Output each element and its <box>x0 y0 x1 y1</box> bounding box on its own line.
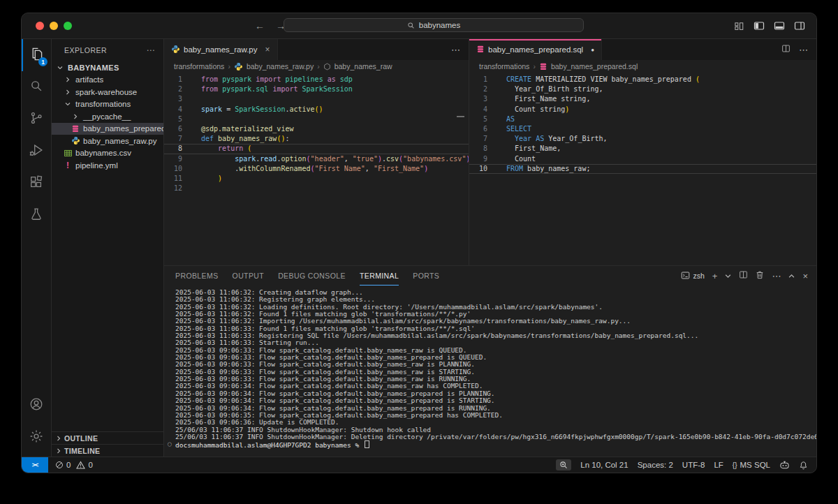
activity-item-explorer[interactable]: 1 <box>22 39 51 71</box>
kill-terminal-icon[interactable] <box>756 269 764 282</box>
file-tree[interactable]: BABYNAMESartifactsspark-warehousetransfo… <box>52 61 163 431</box>
tree-item-artifacts[interactable]: artifacts <box>52 74 163 87</box>
copilot-icon[interactable] <box>779 460 790 470</box>
modified-dot-icon[interactable]: ● <box>591 47 594 53</box>
tab-baby-names-prepared-sql[interactable]: baby_names_prepared.sql ● <box>469 39 602 60</box>
customize-layout-icon[interactable] <box>734 21 744 31</box>
activity-item-extensions[interactable] <box>22 168 51 200</box>
terminal-cursor <box>365 440 369 448</box>
new-terminal-icon[interactable]: + <box>712 271 718 281</box>
editor-actions-icon[interactable]: ⋯ <box>799 45 808 55</box>
line-number: 9 <box>164 154 189 164</box>
close-window-button[interactable] <box>36 22 44 30</box>
code-line[interactable]: 9 spark.read.option("header", "true").cs… <box>164 154 469 164</box>
panel-tab-output[interactable]: OUTPUT <box>233 266 265 286</box>
indentation-status[interactable]: Spaces: 2 <box>638 461 673 469</box>
code-line[interactable]: 6@sdp.materialized_view <box>164 124 469 134</box>
panel-tab-debug-console[interactable]: DEBUG CONSOLE <box>278 266 346 286</box>
code-line[interactable]: 11 ) <box>164 174 469 184</box>
remote-indicator[interactable]: >< <box>22 457 48 473</box>
code-line[interactable]: 4 Count string) <box>469 105 816 114</box>
editor-actions-icon[interactable]: ⋯ <box>451 45 460 55</box>
sidebar-actions-icon[interactable]: ⋯ <box>147 45 156 55</box>
code-line[interactable]: 2 Year_Of_Birth string, <box>469 84 816 94</box>
eol-status[interactable]: LF <box>714 461 723 469</box>
code-line[interactable]: 5AS <box>469 114 816 124</box>
code-line[interactable]: 5 <box>164 114 469 124</box>
breadcrumb-item[interactable]: transformations <box>174 62 224 71</box>
code-line[interactable]: 7 Year AS Year_Of_Birth, <box>469 134 816 144</box>
zoom-window-button[interactable] <box>64 22 72 30</box>
panel-tab-problems[interactable]: PROBLEMS <box>175 266 219 286</box>
toggle-primary-sidebar-icon[interactable] <box>754 20 765 31</box>
command-center-search[interactable]: babynames <box>284 18 584 32</box>
problems-status[interactable]: 0 0 <box>55 461 93 469</box>
language-mode[interactable]: {} MS SQL <box>733 461 770 469</box>
activity-item-testing[interactable] <box>22 200 51 232</box>
terminal-line: 2025-06-03 09:06:36: Update is COMPLETED… <box>175 419 811 426</box>
code-line[interactable]: 3 <box>164 94 469 104</box>
toggle-panel-icon[interactable] <box>774 20 785 31</box>
chevron-down-icon[interactable] <box>725 269 731 282</box>
activity-item-accounts[interactable] <box>22 390 51 422</box>
activity-item-settings[interactable] <box>22 422 51 454</box>
activity-bar-bottom <box>22 390 51 457</box>
split-terminal-icon[interactable] <box>739 269 748 282</box>
split-editor-icon[interactable] <box>781 44 791 55</box>
close-panel-icon[interactable]: × <box>802 271 808 281</box>
timeline-section[interactable]: TIMELINE <box>52 444 163 457</box>
code-line[interactable]: 2from pyspark.sql import SparkSession <box>164 84 469 94</box>
chevron-up-icon[interactable] <box>788 269 795 282</box>
code-line[interactable]: 1CREATE MATERIALIZED VIEW baby_names_pre… <box>469 75 816 84</box>
cursor-position[interactable]: Ln 10, Col 21 <box>580 461 628 469</box>
tree-item--pycache-[interactable]: __pycache__ <box>52 110 163 123</box>
tree-item-baby-names-raw-py[interactable]: baby_names_raw.py <box>52 135 163 147</box>
code-line[interactable]: 6SELECT <box>469 124 816 134</box>
breadcrumb-item[interactable]: baby_names_prepared.sql <box>551 62 638 71</box>
code-line[interactable]: 8 return ( <box>164 144 469 154</box>
encoding-status[interactable]: UTF-8 <box>682 461 705 469</box>
activity-item-source-control[interactable] <box>22 103 51 135</box>
tree-item-transformations[interactable]: transformations <box>52 98 163 111</box>
panel-tab-terminal[interactable]: TERMINAL <box>360 266 399 286</box>
terminal-output[interactable]: 2025-06-03 11:06:32: Creating dataflow g… <box>164 286 816 457</box>
tree-item-babynames-csv[interactable]: babynames.csv <box>52 147 163 160</box>
panel-tab-ports[interactable]: PORTS <box>413 266 439 286</box>
python-editor[interactable]: 1from pyspark import pipelines as sdp2fr… <box>164 73 469 265</box>
back-icon[interactable]: ← <box>255 20 265 31</box>
code-line-content: First_Name, <box>494 144 816 154</box>
toggle-secondary-sidebar-icon[interactable] <box>794 20 805 31</box>
sql-editor[interactable]: 1CREATE MATERIALIZED VIEW baby_names_pre… <box>469 73 816 265</box>
line-number: 9 <box>469 154 494 164</box>
panel-more-actions-icon[interactable]: ⋯ <box>772 271 781 281</box>
tree-item-spark-warehouse[interactable]: spark-warehouse <box>52 86 163 98</box>
code-line[interactable]: 12 <box>164 184 469 193</box>
breadcrumb-item[interactable]: baby_names_raw <box>335 62 392 71</box>
bell-icon[interactable] <box>799 461 808 470</box>
tab-baby-names-raw-py[interactable]: baby_names_raw.py × <box>164 39 278 60</box>
close-tab-icon[interactable]: × <box>265 45 270 54</box>
code-line[interactable]: 9 Count <box>469 154 816 164</box>
breadcrumb-item[interactable]: transformations <box>479 62 529 71</box>
breadcrumb-item[interactable]: baby_names_raw.py <box>247 62 314 71</box>
launch-profile[interactable]: zsh <box>681 271 704 281</box>
code-line[interactable]: 4spark = SparkSession.active() <box>164 105 469 114</box>
tree-item-baby-names-prepared-sql[interactable]: baby_names_prepared.sql <box>52 123 163 135</box>
activity-item-search[interactable] <box>22 71 51 103</box>
code-line[interactable]: 8 First_Name, <box>469 144 816 154</box>
code-line[interactable]: 10 .withColumnRenamed("First Name", "Fir… <box>164 164 469 174</box>
sidebar-bottom-sections: OUTLINE TIMELINE <box>52 431 163 457</box>
activity-item-run-and-debug[interactable] <box>22 135 51 168</box>
tree-item-pipeline-yml[interactable]: !pipeline.yml <box>52 159 163 172</box>
terminal-prompt[interactable]: ○docsmuhammadbilal.aslam@H4GHP7GPD2 baby… <box>175 440 811 449</box>
outline-section[interactable]: OUTLINE <box>52 431 163 444</box>
code-line[interactable]: 7def baby_names_raw(): <box>164 134 469 144</box>
code-line[interactable]: 10FROM baby_names_raw; <box>469 164 816 174</box>
code-line[interactable]: 1from pyspark import pipelines as sdp <box>164 75 469 84</box>
overview-ruler-mark <box>457 116 464 117</box>
zoom-status[interactable] <box>556 459 571 470</box>
code-line[interactable]: 3 First_Name string, <box>469 94 816 104</box>
minimize-window-button[interactable] <box>50 22 58 30</box>
sql-icon <box>539 62 547 71</box>
tree-item-babynames[interactable]: BABYNAMES <box>52 61 163 74</box>
